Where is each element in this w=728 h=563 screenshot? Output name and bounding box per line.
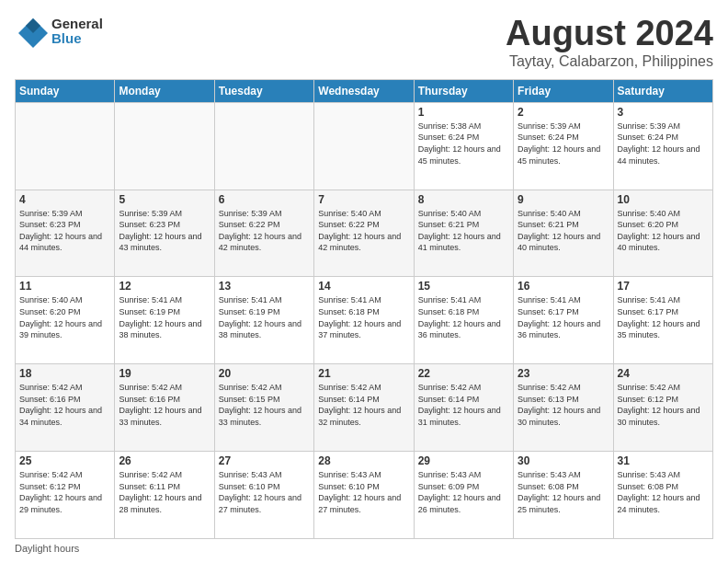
day-number: 26 [119,454,210,467]
table-row: 4Sunrise: 5:39 AMSunset: 6:23 PMDaylight… [16,190,115,277]
table-row: 5Sunrise: 5:39 AMSunset: 6:23 PMDaylight… [115,190,214,277]
day-info: Sunrise: 5:40 AMSunset: 6:21 PMDaylight:… [418,209,501,253]
table-row: 12Sunrise: 5:41 AMSunset: 6:19 PMDayligh… [115,277,214,364]
table-row: 26Sunrise: 5:42 AMSunset: 6:11 PMDayligh… [115,452,214,539]
day-info: Sunrise: 5:42 AMSunset: 6:14 PMDaylight:… [418,383,501,427]
day-number: 22 [418,367,509,380]
calendar-title: August 2024 [506,15,713,53]
table-row: 28Sunrise: 5:43 AMSunset: 6:10 PMDayligh… [314,452,414,539]
table-row: 6Sunrise: 5:39 AMSunset: 6:22 PMDaylight… [214,190,313,277]
calendar-week-row: 25Sunrise: 5:42 AMSunset: 6:12 PMDayligh… [16,452,713,539]
day-number: 21 [318,367,409,380]
table-row [115,102,214,190]
table-row: 24Sunrise: 5:42 AMSunset: 6:12 PMDayligh… [613,364,712,452]
day-info: Sunrise: 5:41 AMSunset: 6:18 PMDaylight:… [318,295,401,339]
col-tuesday: Tuesday [214,79,313,102]
calendar-week-row: 18Sunrise: 5:42 AMSunset: 6:16 PMDayligh… [16,364,713,452]
day-number: 18 [19,367,110,380]
day-number: 24 [618,367,709,380]
calendar-week-row: 1Sunrise: 5:38 AMSunset: 6:24 PMDaylight… [16,102,713,190]
day-info: Sunrise: 5:41 AMSunset: 6:18 PMDaylight:… [418,295,501,339]
day-number: 1 [418,106,509,119]
table-row: 17Sunrise: 5:41 AMSunset: 6:17 PMDayligh… [613,277,712,364]
table-row: 9Sunrise: 5:40 AMSunset: 6:21 PMDaylight… [514,190,613,277]
day-number: 29 [418,454,509,467]
day-info: Sunrise: 5:43 AMSunset: 6:08 PMDaylight:… [618,470,700,514]
table-row: 10Sunrise: 5:40 AMSunset: 6:20 PMDayligh… [613,190,712,277]
header: General Blue August 2024 Taytay, Calabar… [15,15,713,70]
table-row: 3Sunrise: 5:39 AMSunset: 6:24 PMDaylight… [613,102,712,190]
table-row: 21Sunrise: 5:42 AMSunset: 6:14 PMDayligh… [314,364,414,452]
day-info: Sunrise: 5:43 AMSunset: 6:09 PMDaylight:… [418,470,501,514]
day-info: Sunrise: 5:39 AMSunset: 6:23 PMDaylight:… [119,209,201,253]
day-number: 30 [518,454,609,467]
table-row: 1Sunrise: 5:38 AMSunset: 6:24 PMDaylight… [414,102,513,190]
day-number: 2 [518,106,609,119]
table-row [314,102,414,190]
day-info: Sunrise: 5:39 AMSunset: 6:24 PMDaylight:… [618,121,700,166]
day-number: 11 [19,280,110,293]
day-info: Sunrise: 5:41 AMSunset: 6:19 PMDaylight:… [219,295,301,339]
day-info: Sunrise: 5:43 AMSunset: 6:08 PMDaylight:… [518,470,600,514]
table-row: 31Sunrise: 5:43 AMSunset: 6:08 PMDayligh… [613,452,712,539]
table-row: 16Sunrise: 5:41 AMSunset: 6:17 PMDayligh… [514,277,613,364]
table-row: 18Sunrise: 5:42 AMSunset: 6:16 PMDayligh… [16,364,115,452]
day-info: Sunrise: 5:42 AMSunset: 6:14 PMDaylight:… [318,383,401,427]
day-number: 7 [318,193,409,206]
table-row: 15Sunrise: 5:41 AMSunset: 6:18 PMDayligh… [414,277,513,364]
day-number: 10 [618,193,709,206]
day-info: Sunrise: 5:40 AMSunset: 6:21 PMDaylight:… [518,209,600,253]
table-row: 23Sunrise: 5:42 AMSunset: 6:13 PMDayligh… [514,364,613,452]
page: General Blue August 2024 Taytay, Calabar… [0,0,728,563]
day-number: 25 [19,454,110,467]
day-number: 15 [418,280,509,293]
day-info: Sunrise: 5:42 AMSunset: 6:12 PMDaylight:… [19,470,102,514]
calendar-table: Sunday Monday Tuesday Wednesday Thursday… [15,79,713,539]
calendar-week-row: 4Sunrise: 5:39 AMSunset: 6:23 PMDaylight… [16,190,713,277]
day-number: 12 [119,280,210,293]
day-info: Sunrise: 5:41 AMSunset: 6:19 PMDaylight:… [119,295,201,339]
calendar-week-row: 11Sunrise: 5:40 AMSunset: 6:20 PMDayligh… [16,277,713,364]
table-row: 14Sunrise: 5:41 AMSunset: 6:18 PMDayligh… [314,277,414,364]
logo-icon [15,15,48,48]
table-row [214,102,313,190]
day-number: 8 [418,193,509,206]
day-number: 23 [518,367,609,380]
day-number: 6 [219,193,310,206]
table-row: 27Sunrise: 5:43 AMSunset: 6:10 PMDayligh… [214,452,313,539]
table-row: 29Sunrise: 5:43 AMSunset: 6:09 PMDayligh… [414,452,513,539]
logo-text: General Blue [51,17,103,47]
table-row: 20Sunrise: 5:42 AMSunset: 6:15 PMDayligh… [214,364,313,452]
day-info: Sunrise: 5:42 AMSunset: 6:12 PMDaylight:… [618,383,700,427]
day-number: 19 [119,367,210,380]
day-number: 14 [318,280,409,293]
day-number: 4 [19,193,110,206]
table-row: 11Sunrise: 5:40 AMSunset: 6:20 PMDayligh… [16,277,115,364]
col-saturday: Saturday [613,79,712,102]
day-info: Sunrise: 5:40 AMSunset: 6:22 PMDaylight:… [318,209,401,253]
logo: General Blue [15,15,103,48]
day-info: Sunrise: 5:42 AMSunset: 6:11 PMDaylight:… [119,470,201,514]
logo-blue: Blue [51,31,103,47]
footer-note: Daylight hours [15,543,713,554]
table-row: 2Sunrise: 5:39 AMSunset: 6:24 PMDaylight… [514,102,613,190]
table-row: 8Sunrise: 5:40 AMSunset: 6:21 PMDaylight… [414,190,513,277]
day-info: Sunrise: 5:39 AMSunset: 6:23 PMDaylight:… [19,209,102,253]
col-sunday: Sunday [16,79,115,102]
day-number: 28 [318,454,409,467]
day-info: Sunrise: 5:42 AMSunset: 6:15 PMDaylight:… [219,383,301,427]
day-info: Sunrise: 5:42 AMSunset: 6:16 PMDaylight:… [119,383,201,427]
day-info: Sunrise: 5:43 AMSunset: 6:10 PMDaylight:… [318,470,401,514]
calendar-header-row: Sunday Monday Tuesday Wednesday Thursday… [16,79,713,102]
logo-general: General [51,17,103,32]
table-row: 7Sunrise: 5:40 AMSunset: 6:22 PMDaylight… [314,190,414,277]
calendar-subtitle: Taytay, Calabarzon, Philippines [506,53,713,70]
day-info: Sunrise: 5:41 AMSunset: 6:17 PMDaylight:… [618,295,700,339]
col-wednesday: Wednesday [314,79,414,102]
col-thursday: Thursday [414,79,513,102]
day-number: 3 [618,106,709,119]
day-info: Sunrise: 5:42 AMSunset: 6:13 PMDaylight:… [518,383,600,427]
table-row: 22Sunrise: 5:42 AMSunset: 6:14 PMDayligh… [414,364,513,452]
table-row: 30Sunrise: 5:43 AMSunset: 6:08 PMDayligh… [514,452,613,539]
title-block: August 2024 Taytay, Calabarzon, Philippi… [506,15,713,70]
